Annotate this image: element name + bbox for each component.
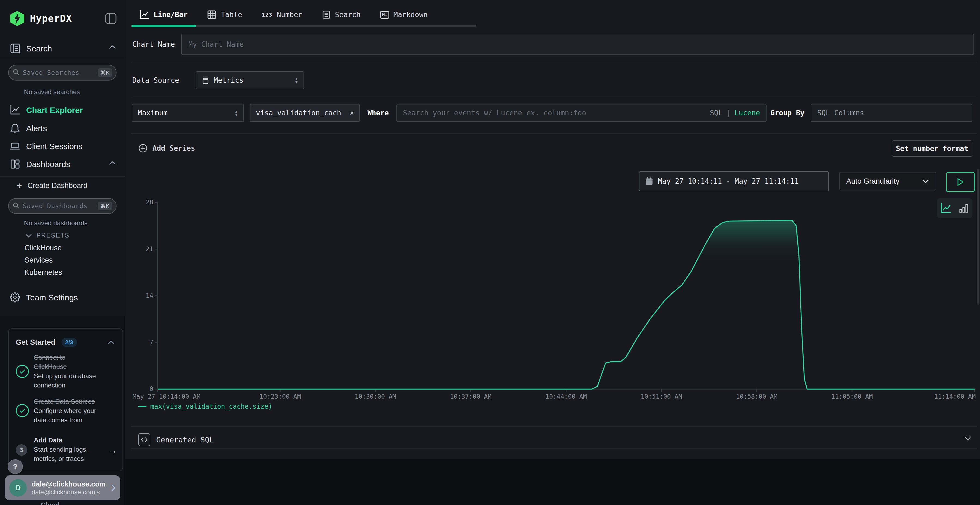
app-window: HyperDX Search Saved Searches <box>0 0 980 505</box>
legend-line-swatch <box>138 405 146 408</box>
x-tick-label: 10:58:00 AM <box>721 393 792 400</box>
y-tick-label: 14 <box>134 292 153 299</box>
timeseries-chart[interactable] <box>0 0 980 505</box>
generated-sql-header[interactable]: Generated SQL <box>138 433 214 446</box>
legend-series-label: max(visa_validation_cache.size) <box>150 403 272 410</box>
x-tick-label: 11:14:00 AM <box>934 393 976 400</box>
y-tick-label: 7 <box>134 339 153 346</box>
generated-sql-label: Generated SQL <box>156 436 214 444</box>
divider <box>131 426 977 427</box>
x-tick-label: May 27 10:14:00 AM <box>132 393 200 400</box>
x-tick-label: 10:23:00 AM <box>245 393 315 400</box>
x-tick-label: 10:30:00 AM <box>340 393 411 400</box>
y-tick-label: 0 <box>134 385 153 392</box>
code-icon <box>138 433 150 446</box>
x-tick-label: 10:51:00 AM <box>626 393 697 400</box>
x-tick-label: 11:05:00 AM <box>817 393 888 400</box>
scrollbar[interactable] <box>977 169 980 305</box>
chevron-down-icon[interactable] <box>964 435 972 442</box>
x-tick-label: 10:44:00 AM <box>531 393 601 400</box>
y-tick-label: 28 <box>134 199 153 206</box>
divider <box>131 448 977 449</box>
y-tick-label: 21 <box>134 245 153 252</box>
x-tick-label: 10:37:00 AM <box>435 393 506 400</box>
chart-legend[interactable]: max(visa_validation_cache.size) <box>138 403 272 410</box>
